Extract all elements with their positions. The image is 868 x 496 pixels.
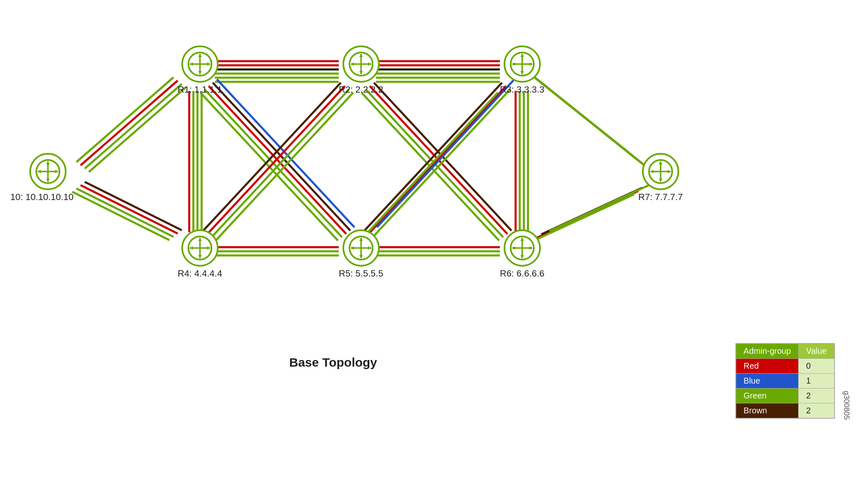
svg-marker-101	[359, 255, 363, 259]
label-r3: R3: 3.3.3.3	[500, 84, 545, 95]
svg-marker-102	[350, 246, 354, 250]
router-icon-r3	[510, 52, 535, 76]
label-r6: R6: 6.6.6.6	[500, 268, 545, 279]
svg-marker-86	[46, 161, 50, 165]
svg-marker-81	[511, 62, 515, 66]
router-circle-r1	[181, 45, 219, 83]
router-icon-r6	[510, 236, 535, 260]
router-circle-r2	[342, 45, 380, 83]
legend-row-blue: Blue 1	[736, 374, 834, 389]
legend: Admin-group Value Red 0 Blue 1 Green 2	[735, 343, 835, 419]
svg-marker-100	[359, 237, 363, 241]
svg-marker-67	[189, 62, 193, 66]
svg-marker-110	[529, 246, 533, 250]
legend-label-red: Red	[736, 359, 799, 374]
svg-line-50	[203, 83, 341, 231]
svg-marker-79	[521, 53, 524, 57]
legend-label-brown: Brown	[736, 403, 799, 418]
svg-marker-94	[198, 255, 202, 259]
router-circle-r5	[342, 229, 380, 267]
router-icon-r5	[349, 236, 373, 260]
legend-row-brown: Brown 2	[736, 403, 834, 418]
svg-marker-73	[359, 71, 363, 75]
node-r3: R3: 3.3.3.3	[500, 45, 545, 95]
svg-marker-72	[359, 53, 363, 57]
svg-line-42	[533, 194, 634, 241]
legend-row-red: Red 0	[736, 359, 834, 374]
label-r10: 10: 10.10.10.10	[10, 192, 74, 203]
svg-marker-75	[368, 62, 372, 66]
svg-marker-115	[659, 179, 662, 182]
label-r2: R2: 2.2.2.2	[339, 84, 383, 95]
label-r5: R5: 5.5.5.5	[339, 268, 383, 279]
svg-marker-103	[368, 246, 372, 250]
svg-line-28	[89, 87, 186, 172]
svg-marker-82	[529, 62, 533, 66]
svg-marker-80	[521, 71, 524, 75]
svg-marker-65	[198, 53, 202, 57]
router-icon-r4	[188, 236, 212, 260]
legend-value-green: 2	[799, 389, 835, 403]
node-r1: R1: 1.1.1.1	[178, 45, 222, 95]
svg-marker-117	[668, 170, 671, 173]
svg-marker-108	[521, 255, 524, 259]
router-circle-r6	[504, 229, 541, 267]
router-icon-r10	[36, 159, 60, 184]
router-icon-r2	[349, 52, 373, 76]
svg-marker-107	[521, 237, 524, 241]
svg-line-32	[76, 188, 174, 237]
svg-marker-109	[511, 246, 515, 250]
router-circle-r3	[504, 45, 541, 83]
node-r10: 10: 10.10.10.10	[23, 153, 74, 203]
node-r4: R4: 4.4.4.4	[178, 229, 222, 279]
svg-line-29	[76, 77, 174, 162]
main-container: R1: 1.1.1.1 R2: 2.2.2.2	[0, 0, 868, 496]
svg-marker-74	[350, 62, 354, 66]
legend-label-green: Green	[736, 389, 799, 403]
legend-header-value: Value	[799, 344, 835, 359]
legend-header-group: Admin-group	[736, 344, 799, 359]
legend-value-red: 0	[799, 359, 835, 374]
node-r2: R2: 2.2.2.2	[339, 45, 383, 95]
svg-marker-66	[198, 71, 202, 75]
svg-marker-96	[207, 246, 211, 250]
svg-marker-68	[207, 62, 211, 66]
svg-line-27	[85, 84, 182, 169]
label-r1: R1: 1.1.1.1	[178, 84, 222, 95]
router-circle-r7	[642, 153, 679, 190]
node-r6: R6: 6.6.6.6	[500, 229, 545, 279]
svg-marker-88	[37, 170, 41, 173]
legend-table: Admin-group Value Red 0 Blue 1 Green 2	[736, 343, 835, 418]
svg-marker-114	[659, 161, 662, 165]
svg-marker-93	[198, 237, 202, 241]
router-icon-r7	[648, 159, 673, 184]
label-r7: R7: 7.7.7.7	[638, 192, 683, 203]
svg-line-60	[377, 79, 514, 227]
router-icon-r1	[188, 52, 212, 76]
legend-value-brown: 2	[799, 403, 835, 418]
label-r4: R4: 4.4.4.4	[178, 268, 222, 279]
node-r5: R5: 5.5.5.5	[339, 229, 383, 279]
svg-marker-89	[55, 170, 59, 173]
base-topology-label: Base Topology	[289, 355, 377, 370]
svg-marker-116	[650, 170, 654, 173]
legend-label-blue: Blue	[736, 374, 799, 389]
svg-line-47	[217, 79, 354, 227]
router-circle-r4	[181, 229, 219, 267]
svg-line-58	[364, 83, 502, 231]
svg-line-43	[549, 184, 651, 231]
svg-line-30	[81, 185, 178, 234]
watermark-label: g300805	[842, 391, 850, 420]
svg-marker-95	[189, 246, 193, 250]
router-circle-r10	[29, 153, 67, 190]
node-r7: R7: 7.7.7.7	[638, 153, 683, 203]
legend-value-blue: 1	[799, 374, 835, 389]
svg-line-26	[81, 81, 178, 165]
svg-marker-87	[46, 179, 50, 182]
legend-row-green: Green 2	[736, 389, 834, 403]
svg-line-45	[213, 83, 350, 231]
topology-svg	[0, 0, 868, 331]
